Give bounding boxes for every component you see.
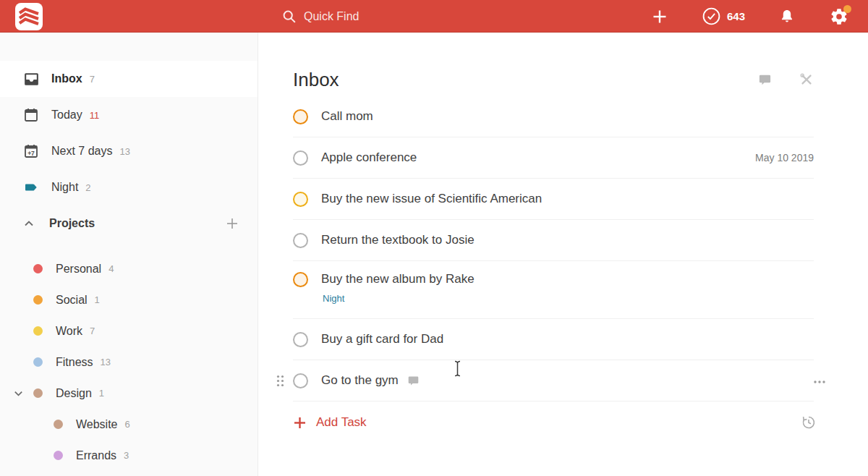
- project-color-dot: [33, 357, 43, 367]
- karma-button[interactable]: 643: [694, 0, 752, 33]
- task-row[interactable]: Return the textbook to Josie: [293, 220, 814, 261]
- project-count: 1: [95, 294, 100, 305]
- sidebar-project-personal[interactable]: Personal 4: [0, 253, 258, 284]
- project-color-dot: [54, 420, 63, 429]
- bell-icon: [778, 8, 796, 25]
- project-actions-button[interactable]: [799, 72, 814, 87]
- task-row[interactable]: Go to the gym: [293, 360, 814, 401]
- task-title[interactable]: Return the textbook to Josie: [321, 233, 475, 247]
- sidebar-item-label: Next 7 days: [51, 145, 112, 158]
- project-color-dot: [33, 264, 43, 273]
- sidebar-item-count: 2: [85, 182, 90, 193]
- project-name: Social: [56, 294, 88, 307]
- check-circle-icon: [702, 7, 721, 26]
- more-dots-icon: [812, 377, 827, 387]
- chevron-down-icon[interactable]: [13, 388, 24, 401]
- task-checkbox[interactable]: [293, 332, 308, 347]
- sidebar-project-social[interactable]: Social 1: [0, 284, 258, 315]
- sidebar-project-fitness[interactable]: Fitness 13: [0, 347, 258, 378]
- sidebar-item-next7days[interactable]: +7 Next 7 days 13: [0, 133, 258, 169]
- project-color-dot: [33, 295, 43, 305]
- sidebar-item-count: 13: [119, 146, 129, 157]
- top-bar: Quick Find 643: [0, 0, 868, 33]
- task-due-date: May 10 2019: [755, 152, 814, 163]
- sidebar-item-today[interactable]: Today 11: [0, 97, 258, 133]
- task-title[interactable]: Go to the gym: [321, 373, 399, 388]
- page-title: Inbox: [293, 69, 758, 91]
- comment-bubble-icon[interactable]: [407, 375, 420, 387]
- task-title[interactable]: Buy a gift card for Dad: [321, 332, 443, 347]
- task-more-button[interactable]: [812, 376, 827, 391]
- main-content: Inbox Call mom: [258, 33, 868, 476]
- task-checkbox[interactable]: [293, 373, 308, 388]
- task-checkbox[interactable]: [293, 150, 308, 166]
- tag-icon: [22, 178, 41, 197]
- chevron-up-icon[interactable]: [23, 218, 35, 229]
- task-history-button[interactable]: [800, 414, 817, 434]
- calendar-today-icon: [22, 106, 41, 124]
- projects-header-label: Projects: [49, 217, 226, 230]
- settings-button[interactable]: [823, 0, 855, 33]
- task-row[interactable]: Apple conference May 10 2019: [293, 137, 814, 179]
- project-name: Personal: [56, 263, 101, 276]
- project-color-dot: [54, 451, 63, 460]
- drag-handle-icon[interactable]: [276, 374, 285, 391]
- project-name: Design: [56, 387, 92, 400]
- task-checkbox[interactable]: [293, 192, 308, 207]
- task-row[interactable]: Buy the new album by Rake Night: [293, 261, 814, 319]
- projects-section-header[interactable]: Projects: [0, 205, 258, 242]
- project-count: 6: [125, 419, 130, 430]
- quick-add-button[interactable]: [645, 0, 674, 33]
- projects-list: Personal 4 Social 1 Work 7 Fitness 13 De…: [0, 253, 258, 471]
- sidebar-item-label: Inbox: [51, 72, 82, 85]
- quick-find-search[interactable]: Quick Find: [282, 0, 359, 33]
- project-count: 7: [90, 326, 95, 336]
- settings-notification-badge: [843, 5, 851, 13]
- add-task-label: Add Task: [316, 415, 367, 430]
- task-list: Call mom Apple conference May 10 2019 Bu…: [293, 96, 814, 401]
- add-project-button[interactable]: [226, 217, 239, 230]
- karma-count: 643: [727, 10, 745, 22]
- main-header: Inbox: [293, 63, 814, 96]
- project-count: 3: [124, 450, 129, 461]
- project-comments-button[interactable]: [758, 73, 772, 87]
- add-plus-icon: [293, 416, 307, 430]
- task-row[interactable]: Buy the new issue of Scientific American: [293, 179, 814, 220]
- task-title[interactable]: Buy the new issue of Scientific American: [321, 192, 542, 206]
- project-count: 4: [109, 263, 114, 274]
- task-row[interactable]: Call mom: [293, 96, 814, 137]
- task-checkbox[interactable]: [293, 272, 308, 287]
- task-checkbox[interactable]: [293, 109, 308, 124]
- sidebar-item-label: Night: [51, 181, 78, 194]
- project-name: Fitness: [56, 356, 93, 369]
- tools-cross-icon: [799, 72, 814, 87]
- add-task-button[interactable]: Add Task: [293, 401, 814, 443]
- task-row[interactable]: Buy a gift card for Dad: [293, 319, 814, 360]
- sidebar-project-design[interactable]: Design 1: [0, 378, 258, 409]
- notifications-button[interactable]: [773, 0, 801, 33]
- header-actions: [758, 72, 814, 87]
- search-icon: [282, 9, 297, 24]
- todoist-logo[interactable]: [15, 3, 43, 30]
- project-color-dot: [33, 326, 43, 336]
- task-title[interactable]: Apple conference: [321, 150, 417, 165]
- plus-icon: [226, 217, 239, 230]
- comments-bubble-icon: [758, 73, 772, 87]
- quick-find-label: Quick Find: [304, 10, 359, 23]
- inbox-icon: [22, 69, 41, 88]
- task-title[interactable]: Call mom: [321, 109, 373, 124]
- plus-icon: [652, 9, 668, 25]
- task-title[interactable]: Buy the new album by Rake: [321, 272, 475, 286]
- svg-text:+7: +7: [27, 150, 35, 157]
- task-checkbox[interactable]: [293, 233, 308, 248]
- project-count: 13: [101, 357, 111, 367]
- sidebar-item-inbox[interactable]: Inbox 7: [0, 61, 258, 97]
- task-project-label[interactable]: Night: [323, 293, 344, 304]
- sidebar-item-count: 11: [90, 110, 100, 121]
- history-clock-icon: [800, 414, 817, 431]
- sidebar-project-website[interactable]: Website 6: [0, 409, 258, 440]
- sidebar-project-errands[interactable]: Errands 3: [0, 440, 258, 471]
- sidebar: Inbox 7 Today 11 +7 Next 7 days 13: [0, 33, 258, 476]
- sidebar-project-work[interactable]: Work 7: [0, 315, 258, 347]
- sidebar-item-night-label[interactable]: Night 2: [0, 169, 258, 205]
